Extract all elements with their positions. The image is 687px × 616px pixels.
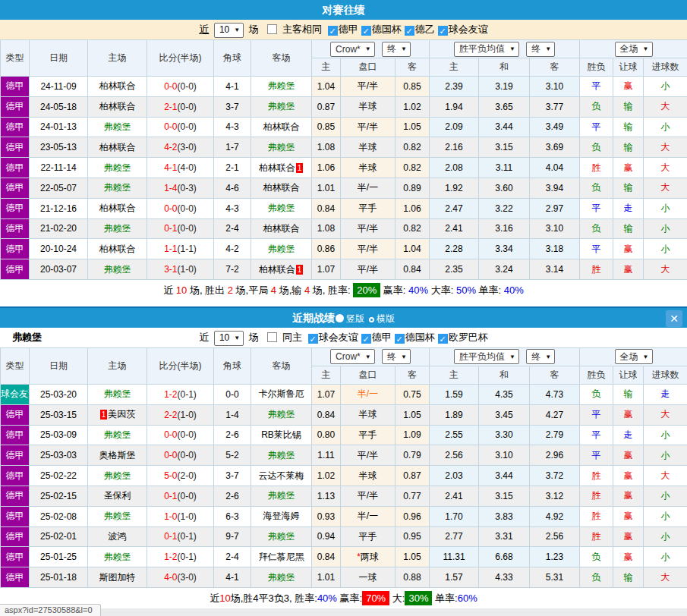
h2h-games-count-select[interactable]: 10▼ [214, 23, 244, 38]
handicap-text: 半球 [359, 409, 377, 420]
score-cell: 0-1(0-0) [147, 218, 214, 239]
scope-group-header: 全场▼ [580, 40, 687, 58]
home-team-cell: 弗赖堡 [88, 506, 147, 526]
halftime-score: (0-1) [178, 531, 197, 542]
avg-home-odds: 2.39 [430, 77, 479, 97]
league-checkbox[interactable]: ✓ [361, 26, 371, 36]
crow-away-odds: 1.02 [395, 96, 430, 117]
handicap-result-cell: 走 [613, 425, 644, 445]
handicap-result-cell: 赢 [613, 259, 644, 280]
league-cell: 德甲 [1, 547, 30, 567]
chevron-down-icon: ▼ [643, 354, 649, 360]
date-cell: 25-01-25 [30, 547, 88, 567]
goals-result-cell: 小 [644, 526, 687, 547]
goals-result-cell: 大 [644, 137, 687, 158]
league-checkbox[interactable]: ✓ [395, 334, 405, 344]
fulltime-score: 0-1 [164, 531, 177, 542]
league-checkbox[interactable]: ✓ [438, 26, 448, 36]
table-row: 德甲25-01-18斯图加特4-0(3-0)4-1弗赖堡1.01一球0.881.… [1, 567, 687, 588]
recent-games-count-select[interactable]: 10▼ [214, 331, 244, 346]
goals-result-cell: 小 [644, 239, 687, 259]
goals-result-cell: 小 [644, 547, 687, 567]
team-name: 卡尔斯鲁厄 [259, 388, 304, 399]
summary-part: 40% [317, 592, 337, 604]
summary-part: 10 [176, 284, 187, 296]
handicap-text: 平/半 [358, 223, 378, 234]
fulltime-score: 1-2 [164, 552, 177, 562]
goals-result-cell: 小 [644, 506, 687, 526]
avg-away-odds: 2.97 [530, 198, 580, 218]
odds-stage-select[interactable]: 终▼ [382, 349, 411, 364]
score-cell: 2-2(1-0) [147, 404, 214, 425]
avg-odds-select[interactable]: 胜平负均值▼ [454, 349, 519, 364]
rank-badge: 1 [100, 410, 108, 420]
table-row: 德甲25-03-151美因茨2-2(1-0)1-4弗赖堡0.84半球1.051.… [1, 404, 687, 425]
score-cell: 1-2(0-1) [147, 384, 214, 404]
league-cell: 德甲 [1, 445, 30, 466]
league-checkbox[interactable]: ✓ [328, 26, 338, 36]
col-corner: 角球 [214, 40, 251, 77]
chevron-down-icon: ▼ [509, 46, 515, 52]
fulltime-score: 4-2 [164, 142, 177, 152]
browser-status-strip [0, 608, 687, 616]
col-home: 主场 [88, 347, 147, 384]
date-cell: 25-02-01 [30, 526, 88, 547]
horizontal-layout-radio[interactable] [369, 317, 374, 322]
home-team-cell: 奥格斯堡 [88, 445, 147, 466]
avg-draw-odds: 3.83 [479, 506, 530, 526]
vertical-layout-radio[interactable] [336, 314, 344, 322]
same-home-checkbox[interactable] [267, 332, 277, 342]
scope-select[interactable]: 全场▼ [615, 349, 653, 364]
crow-away-odds: 0.77 [395, 486, 430, 506]
away-team-cell: 云达不莱梅 [251, 466, 312, 486]
score-cell: 3-1(1-0) [147, 259, 214, 280]
same-venue-checkbox[interactable] [267, 24, 277, 34]
avg-odds-select[interactable]: 胜平负均值▼ [454, 42, 519, 57]
avg-stage-select[interactable]: 终▼ [526, 42, 555, 57]
home-team-cell: 弗赖堡 [88, 117, 147, 137]
avg-draw-odds: 3.31 [479, 526, 530, 547]
crow-home-odds: 1.08 [312, 218, 341, 239]
bookmaker-select[interactable]: Crow*▼ [330, 42, 375, 57]
crow-home-odds: 0.80 [312, 425, 341, 445]
league-checkbox[interactable]: ✓ [438, 334, 448, 344]
team-name: 斯图加特 [99, 572, 136, 583]
scope-select[interactable]: 全场▼ [615, 42, 653, 57]
col-handicap-result: 让球 [613, 58, 644, 77]
result-cell: 胜 [580, 486, 613, 506]
avg-draw-odds: 4.35 [479, 384, 530, 404]
crow-away-odds: 1.06 [395, 198, 430, 218]
recent-table: 类型 日期 主场 比分(半场) 角球 客场 Crow*▼ 终▼ 胜平负均值▼ 终… [0, 347, 687, 588]
team-name: 柏林联合 [99, 80, 136, 91]
summary-part: 单率: [432, 592, 457, 604]
odds-stage-select[interactable]: 终▼ [382, 42, 411, 57]
handicap-result-cell: 赢 [613, 239, 644, 259]
league-checkbox[interactable]: ✓ [308, 334, 318, 344]
date-cell: 25-03-20 [30, 384, 88, 404]
team-name: 弗赖堡 [104, 388, 131, 399]
halftime-score: (0-0) [178, 223, 197, 234]
result-cell: 胜 [580, 506, 613, 526]
league-checkbox[interactable]: ✓ [361, 334, 371, 344]
avg-home-odds: 1.59 [430, 384, 479, 404]
goals-result-cell: 大 [644, 466, 687, 486]
bookmaker-select[interactable]: Crow*▼ [330, 349, 375, 364]
focus-team-name: 弗赖堡 [12, 328, 42, 347]
halftime-score: (1-0) [178, 511, 197, 522]
close-icon[interactable]: ✕ [666, 310, 682, 327]
corner-cell: 2-4 [214, 547, 251, 567]
league-checkbox[interactable]: ✓ [405, 26, 414, 36]
avg-away-odds: 2.96 [530, 445, 580, 466]
summary-part: 近 [163, 284, 176, 296]
corner-cell: 0-0 [214, 384, 251, 404]
avg-stage-select[interactable]: 终▼ [526, 349, 555, 364]
score-cell: 1-0(1-0) [147, 506, 214, 526]
chevron-down-icon: ▼ [545, 354, 551, 360]
handicap-result-cell: 赢 [613, 445, 644, 466]
score-cell: 1-1(1-1) [147, 239, 214, 259]
home-team-cell: 弗赖堡 [88, 259, 147, 280]
col-avg-away: 客 [530, 366, 580, 384]
table-row: 德甲25-02-15圣保利0-1(0-0)2-6弗赖堡1.13平/半0.772.… [1, 486, 687, 506]
avg-draw-odds: 3.10 [479, 445, 530, 466]
avg-draw-odds: 3.16 [479, 218, 530, 239]
